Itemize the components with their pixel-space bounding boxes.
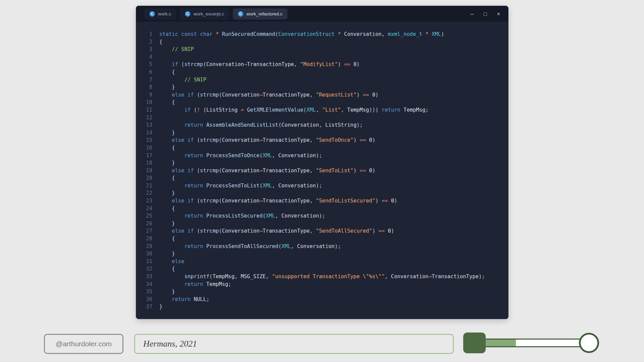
line-number: 32 [136, 265, 152, 273]
code-line: 7 // SNIP [136, 76, 508, 84]
code-line: 17 return ProcessSendToOnce(XML, Convers… [136, 152, 508, 160]
code-line: 4 [136, 53, 508, 61]
line-number: 24 [136, 205, 152, 213]
code-text: } [152, 189, 175, 197]
c-language-icon-letter: C [151, 12, 154, 16]
line-number: 15 [136, 136, 152, 144]
code-text: if (! (ListString = GetXMLElementValue(X… [152, 106, 429, 114]
tab-work-c[interactable]: C work.c [144, 8, 176, 19]
code-text: // SNIP [152, 46, 194, 53]
code-line: 9 else if (strcmp(Conversation→Transacti… [136, 91, 508, 99]
code-line: 1static const char * RunSecuredCommand(C… [136, 31, 508, 38]
line-number: 21 [136, 182, 152, 190]
code-text: } [152, 159, 175, 167]
code-text: } [152, 250, 175, 258]
line-number: 23 [136, 197, 152, 205]
line-number: 30 [136, 250, 152, 258]
line-number: 17 [136, 152, 152, 160]
code-text: else [152, 258, 184, 265]
code-editor-window: C work.c C work_excerpt.c C work_refacto… [136, 6, 508, 319]
code-text: else if (strcmp(Conversation→Transaction… [152, 167, 375, 175]
code-text: return NULL; [152, 296, 209, 303]
line-number: 22 [136, 189, 152, 197]
line-number: 28 [136, 235, 152, 243]
code-line: 22 } [136, 189, 508, 197]
line-number: 31 [136, 258, 152, 265]
code-text: snprintf(TempMsg, MSG_SIZE, "unsupported… [152, 273, 485, 281]
line-number: 35 [136, 288, 152, 296]
code-line: 31 else [136, 258, 508, 265]
line-number: 29 [136, 243, 152, 250]
tab-bar: C work.c C work_excerpt.c C work_refacto… [136, 6, 508, 22]
line-number: 12 [136, 114, 152, 122]
code-line: 19 else if (strcmp(Conversation→Transact… [136, 167, 508, 175]
code-lines: 1static const char * RunSecuredCommand(C… [136, 31, 508, 311]
code-text: { [152, 265, 175, 273]
line-number: 4 [136, 53, 152, 61]
code-line: 2{ [136, 38, 508, 46]
line-number: 19 [136, 167, 152, 175]
code-text: return ProcessSendToAllSecured(XML, Conv… [152, 243, 341, 250]
code-line: 3 // SNIP [136, 46, 508, 53]
code-text: if (strcmp(Conversation→TransactionType,… [152, 61, 360, 68]
code-line: 20 { [136, 174, 508, 182]
citation-text: Hermans, 2021 [143, 339, 197, 349]
tab-label: work.c [158, 11, 171, 16]
c-language-icon-letter: C [186, 12, 189, 16]
code-line: 11 if (! (ListString = GetXMLElementValu… [136, 106, 508, 114]
code-text: } [152, 303, 162, 311]
code-text: else if (strcmp(Conversation→Transaction… [152, 136, 375, 144]
slider-knob[interactable] [463, 333, 486, 353]
progress-slider[interactable] [463, 333, 599, 353]
code-line: 29 return ProcessSendToAllSecured(XML, C… [136, 243, 508, 250]
code-line: 12 [136, 114, 508, 122]
slider-end-circle[interactable] [579, 333, 599, 353]
code-line: 5 if (strcmp(Conversation→TransactionTyp… [136, 61, 508, 68]
code-text: { [152, 205, 175, 213]
code-text: return AssembleAndSendListList(Conversat… [152, 121, 363, 129]
code-text: } [152, 83, 175, 91]
minimize-button[interactable]: – [471, 11, 474, 17]
line-number: 25 [136, 212, 152, 220]
code-text [152, 53, 159, 61]
code-text: return TempMsg; [152, 281, 231, 288]
line-number: 7 [136, 76, 152, 84]
window-controls: – □ × [471, 6, 508, 22]
line-number: 26 [136, 220, 152, 228]
line-number: 36 [136, 296, 152, 303]
code-text: } [152, 220, 175, 228]
code-text: else if (strcmp(Conversation→Transaction… [152, 227, 394, 235]
code-line: 18 } [136, 159, 508, 167]
line-number: 8 [136, 83, 152, 91]
tab-label: work_excerpt.c [194, 11, 224, 16]
code-line: 35 } [136, 288, 508, 296]
code-line: 24 { [136, 205, 508, 213]
code-line: 15 else if (strcmp(Conversation→Transact… [136, 136, 508, 144]
code-line: 33 snprintf(TempMsg, MSG_SIZE, "unsuppor… [136, 273, 508, 281]
c-language-icon: C [185, 11, 191, 17]
line-number: 3 [136, 46, 152, 53]
line-number: 37 [136, 303, 152, 311]
code-line: 32 { [136, 265, 508, 273]
tab-work-excerpt-c[interactable]: C work_excerpt.c [180, 8, 229, 19]
line-number: 27 [136, 227, 152, 235]
c-language-icon: C [149, 11, 155, 17]
code-line: 25 return ProcessListSecured(XML, Conver… [136, 212, 508, 220]
code-text: { [152, 38, 162, 46]
code-text: } [152, 129, 175, 137]
handle-text: @arthurdoler.com [56, 340, 112, 348]
tab-work-refactored-c[interactable]: C work_refactored.c [233, 8, 287, 19]
code-text: { [152, 99, 175, 106]
code-line: 23 else if (strcmp(Conversation→Transact… [136, 197, 508, 205]
code-area[interactable]: 1static const char * RunSecuredCommand(C… [136, 22, 508, 312]
code-text: else if (strcmp(Conversation→Transaction… [152, 197, 397, 205]
code-text [152, 114, 159, 122]
code-line: 37} [136, 303, 508, 311]
code-line: 21 return ProcessSendToList(XML, Convers… [136, 182, 508, 190]
code-text: { [152, 174, 175, 182]
slider-track[interactable] [474, 339, 589, 347]
line-number: 6 [136, 68, 152, 76]
close-button[interactable]: × [497, 11, 500, 17]
maximize-button[interactable]: □ [484, 11, 487, 17]
line-number: 34 [136, 281, 152, 288]
